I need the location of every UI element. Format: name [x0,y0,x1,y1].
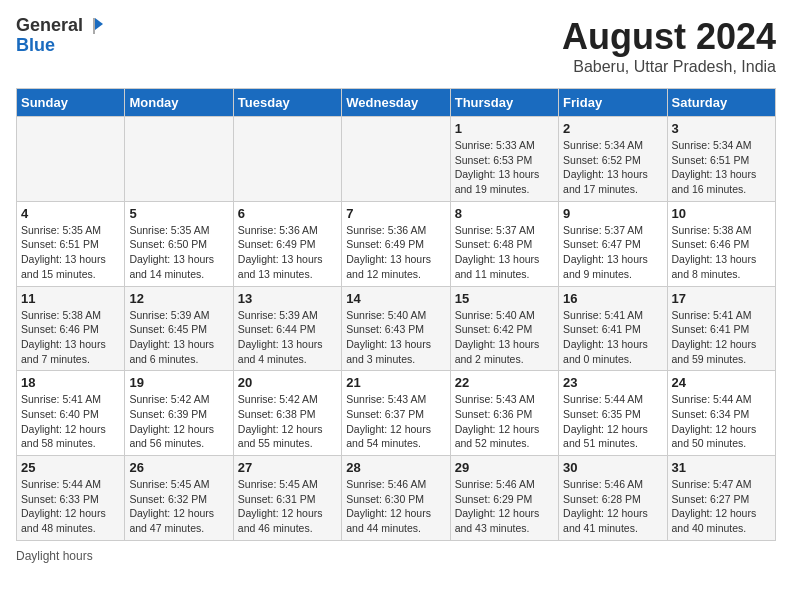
day-number: 28 [346,460,445,475]
footer-daylight: Daylight hours [16,549,776,563]
calendar-cell [233,117,341,202]
day-info: Sunrise: 5:40 AM Sunset: 6:43 PM Dayligh… [346,308,445,367]
calendar-cell: 9Sunrise: 5:37 AM Sunset: 6:47 PM Daylig… [559,201,667,286]
day-info: Sunrise: 5:44 AM Sunset: 6:34 PM Dayligh… [672,392,771,451]
day-number: 7 [346,206,445,221]
day-number: 17 [672,291,771,306]
calendar-cell: 3Sunrise: 5:34 AM Sunset: 6:51 PM Daylig… [667,117,775,202]
day-info: Sunrise: 5:46 AM Sunset: 6:28 PM Dayligh… [563,477,662,536]
day-info: Sunrise: 5:44 AM Sunset: 6:35 PM Dayligh… [563,392,662,451]
logo-flag-icon [85,16,105,36]
day-info: Sunrise: 5:45 AM Sunset: 6:31 PM Dayligh… [238,477,337,536]
calendar-cell: 4Sunrise: 5:35 AM Sunset: 6:51 PM Daylig… [17,201,125,286]
day-info: Sunrise: 5:40 AM Sunset: 6:42 PM Dayligh… [455,308,554,367]
subtitle: Baberu, Uttar Pradesh, India [562,58,776,76]
calendar-week-row: 4Sunrise: 5:35 AM Sunset: 6:51 PM Daylig… [17,201,776,286]
main-title: August 2024 [562,16,776,58]
day-info: Sunrise: 5:45 AM Sunset: 6:32 PM Dayligh… [129,477,228,536]
day-info: Sunrise: 5:34 AM Sunset: 6:52 PM Dayligh… [563,138,662,197]
day-number: 22 [455,375,554,390]
day-number: 5 [129,206,228,221]
day-info: Sunrise: 5:39 AM Sunset: 6:45 PM Dayligh… [129,308,228,367]
day-number: 27 [238,460,337,475]
day-info: Sunrise: 5:35 AM Sunset: 6:50 PM Dayligh… [129,223,228,282]
day-number: 4 [21,206,120,221]
day-info: Sunrise: 5:36 AM Sunset: 6:49 PM Dayligh… [346,223,445,282]
day-info: Sunrise: 5:41 AM Sunset: 6:41 PM Dayligh… [672,308,771,367]
calendar-cell: 6Sunrise: 5:36 AM Sunset: 6:49 PM Daylig… [233,201,341,286]
calendar-week-row: 25Sunrise: 5:44 AM Sunset: 6:33 PM Dayli… [17,456,776,541]
day-info: Sunrise: 5:33 AM Sunset: 6:53 PM Dayligh… [455,138,554,197]
day-number: 1 [455,121,554,136]
day-number: 19 [129,375,228,390]
day-number: 2 [563,121,662,136]
day-of-week-header: Wednesday [342,89,450,117]
day-of-week-header: Friday [559,89,667,117]
day-number: 25 [21,460,120,475]
day-number: 9 [563,206,662,221]
day-info: Sunrise: 5:34 AM Sunset: 6:51 PM Dayligh… [672,138,771,197]
day-number: 6 [238,206,337,221]
day-info: Sunrise: 5:35 AM Sunset: 6:51 PM Dayligh… [21,223,120,282]
day-number: 3 [672,121,771,136]
logo-general: General [16,15,83,35]
day-of-week-header: Sunday [17,89,125,117]
title-block: August 2024 Baberu, Uttar Pradesh, India [562,16,776,76]
day-header-row: SundayMondayTuesdayWednesdayThursdayFrid… [17,89,776,117]
day-info: Sunrise: 5:44 AM Sunset: 6:33 PM Dayligh… [21,477,120,536]
day-number: 16 [563,291,662,306]
calendar-cell [125,117,233,202]
calendar-cell: 27Sunrise: 5:45 AM Sunset: 6:31 PM Dayli… [233,456,341,541]
day-number: 23 [563,375,662,390]
calendar-cell: 26Sunrise: 5:45 AM Sunset: 6:32 PM Dayli… [125,456,233,541]
calendar-cell: 1Sunrise: 5:33 AM Sunset: 6:53 PM Daylig… [450,117,558,202]
day-info: Sunrise: 5:36 AM Sunset: 6:49 PM Dayligh… [238,223,337,282]
day-info: Sunrise: 5:39 AM Sunset: 6:44 PM Dayligh… [238,308,337,367]
calendar-cell: 5Sunrise: 5:35 AM Sunset: 6:50 PM Daylig… [125,201,233,286]
day-number: 30 [563,460,662,475]
calendar-cell: 22Sunrise: 5:43 AM Sunset: 6:36 PM Dayli… [450,371,558,456]
day-number: 18 [21,375,120,390]
calendar-table: SundayMondayTuesdayWednesdayThursdayFrid… [16,88,776,541]
calendar-cell [17,117,125,202]
calendar-cell: 7Sunrise: 5:36 AM Sunset: 6:49 PM Daylig… [342,201,450,286]
calendar-cell: 10Sunrise: 5:38 AM Sunset: 6:46 PM Dayli… [667,201,775,286]
day-number: 31 [672,460,771,475]
calendar-cell: 29Sunrise: 5:46 AM Sunset: 6:29 PM Dayli… [450,456,558,541]
calendar-cell: 28Sunrise: 5:46 AM Sunset: 6:30 PM Dayli… [342,456,450,541]
day-info: Sunrise: 5:43 AM Sunset: 6:37 PM Dayligh… [346,392,445,451]
calendar-cell: 30Sunrise: 5:46 AM Sunset: 6:28 PM Dayli… [559,456,667,541]
calendar-week-row: 11Sunrise: 5:38 AM Sunset: 6:46 PM Dayli… [17,286,776,371]
calendar-cell: 14Sunrise: 5:40 AM Sunset: 6:43 PM Dayli… [342,286,450,371]
day-number: 13 [238,291,337,306]
calendar-cell: 16Sunrise: 5:41 AM Sunset: 6:41 PM Dayli… [559,286,667,371]
calendar-cell: 25Sunrise: 5:44 AM Sunset: 6:33 PM Dayli… [17,456,125,541]
calendar-cell: 18Sunrise: 5:41 AM Sunset: 6:40 PM Dayli… [17,371,125,456]
calendar-cell: 21Sunrise: 5:43 AM Sunset: 6:37 PM Dayli… [342,371,450,456]
calendar-cell: 23Sunrise: 5:44 AM Sunset: 6:35 PM Dayli… [559,371,667,456]
day-number: 24 [672,375,771,390]
logo: General Blue [16,16,105,56]
day-number: 21 [346,375,445,390]
day-info: Sunrise: 5:46 AM Sunset: 6:30 PM Dayligh… [346,477,445,536]
logo-blue: Blue [16,35,55,55]
svg-rect-1 [93,18,95,34]
day-number: 8 [455,206,554,221]
day-of-week-header: Thursday [450,89,558,117]
day-of-week-header: Monday [125,89,233,117]
day-info: Sunrise: 5:42 AM Sunset: 6:38 PM Dayligh… [238,392,337,451]
day-of-week-header: Tuesday [233,89,341,117]
day-number: 14 [346,291,445,306]
day-info: Sunrise: 5:38 AM Sunset: 6:46 PM Dayligh… [21,308,120,367]
day-info: Sunrise: 5:37 AM Sunset: 6:47 PM Dayligh… [563,223,662,282]
calendar-cell: 17Sunrise: 5:41 AM Sunset: 6:41 PM Dayli… [667,286,775,371]
day-info: Sunrise: 5:41 AM Sunset: 6:40 PM Dayligh… [21,392,120,451]
day-number: 15 [455,291,554,306]
calendar-cell: 13Sunrise: 5:39 AM Sunset: 6:44 PM Dayli… [233,286,341,371]
calendar-cell: 12Sunrise: 5:39 AM Sunset: 6:45 PM Dayli… [125,286,233,371]
calendar-week-row: 18Sunrise: 5:41 AM Sunset: 6:40 PM Dayli… [17,371,776,456]
day-info: Sunrise: 5:41 AM Sunset: 6:41 PM Dayligh… [563,308,662,367]
day-info: Sunrise: 5:46 AM Sunset: 6:29 PM Dayligh… [455,477,554,536]
page-header: General Blue August 2024 Baberu, Uttar P… [16,16,776,76]
day-info: Sunrise: 5:38 AM Sunset: 6:46 PM Dayligh… [672,223,771,282]
